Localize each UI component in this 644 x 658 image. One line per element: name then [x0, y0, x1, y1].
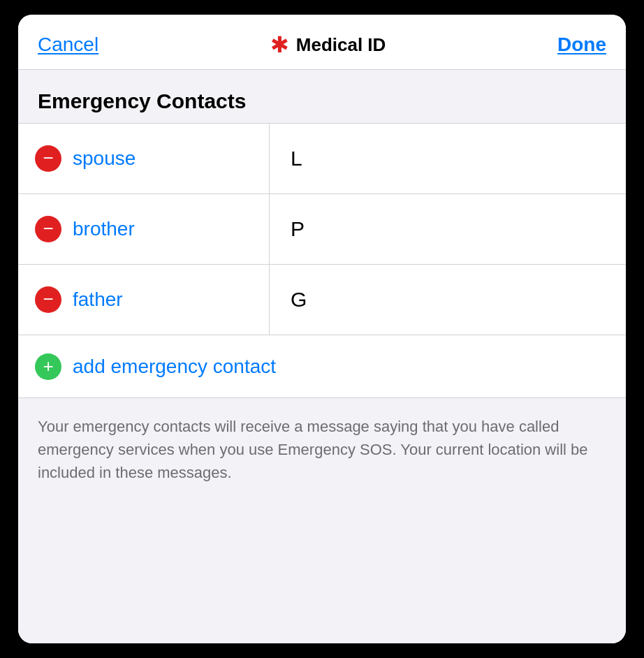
- footer-note-area: Your emergency contacts will receive a m…: [18, 398, 626, 643]
- contact-label-spouse[interactable]: spouse: [73, 147, 136, 170]
- contact-label-brother[interactable]: brother: [73, 218, 135, 240]
- add-contact-button[interactable]: +: [35, 353, 61, 380]
- contacts-list: − spouse L − brother P − father: [18, 123, 626, 335]
- footer-note-text: Your emergency contacts will receive a m…: [38, 418, 588, 481]
- contact-initial-spouse: L: [270, 133, 626, 184]
- medical-asterisk-icon: ✱: [270, 31, 289, 58]
- contact-initial-father: G: [270, 274, 626, 326]
- cancel-button[interactable]: Cancel: [38, 34, 98, 56]
- remove-contact-button[interactable]: −: [35, 145, 61, 172]
- medical-id-modal: Cancel ✱ Medical ID Done Emergency Conta…: [18, 15, 626, 643]
- remove-contact-button[interactable]: −: [35, 216, 61, 242]
- add-contact-row[interactable]: + add emergency contact: [18, 335, 626, 398]
- contact-label-father[interactable]: father: [73, 288, 123, 311]
- table-row: − father G: [18, 265, 626, 335]
- contact-left-spouse: − spouse: [18, 124, 270, 193]
- minus-icon: −: [43, 219, 53, 237]
- plus-icon: +: [43, 357, 53, 375]
- modal-title-container: ✱ Medical ID: [270, 31, 386, 58]
- table-row: − spouse L: [18, 124, 626, 194]
- contact-initial-brother: P: [270, 203, 626, 255]
- table-row: − brother P: [18, 194, 626, 265]
- section-title-area: Emergency Contacts: [18, 70, 626, 123]
- modal-title: Medical ID: [296, 34, 386, 56]
- minus-icon: −: [43, 149, 53, 167]
- done-button[interactable]: Done: [557, 34, 606, 56]
- contact-left-brother: − brother: [18, 194, 270, 264]
- modal-header: Cancel ✱ Medical ID Done: [18, 15, 626, 70]
- minus-icon: −: [43, 290, 53, 308]
- contact-left-father: − father: [18, 265, 270, 335]
- section-title: Emergency Contacts: [38, 89, 246, 112]
- add-contact-label[interactable]: add emergency contact: [73, 356, 276, 378]
- remove-contact-button[interactable]: −: [35, 286, 61, 313]
